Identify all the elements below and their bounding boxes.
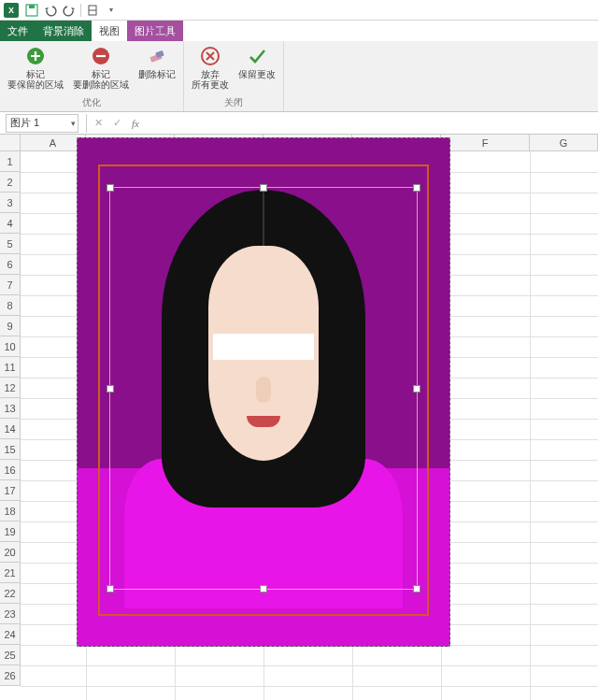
x-circle-icon [199, 45, 221, 67]
save-button[interactable] [22, 1, 41, 20]
undo-button[interactable] [41, 1, 60, 20]
delete-marks-button[interactable]: 删除标记 [135, 43, 179, 95]
mark-keep-label-2: 要保留的区域 [7, 79, 64, 90]
resize-handle-ml[interactable] [107, 385, 114, 393]
minus-circle-icon [90, 45, 112, 67]
row-header[interactable]: 11 [0, 357, 21, 378]
row-header[interactable]: 23 [0, 604, 21, 624]
mark-keep-button[interactable]: 标记要保留的区域 [4, 43, 67, 95]
quick-access-toolbar: X ▾ [0, 0, 598, 21]
row-header[interactable]: 5 [0, 234, 21, 254]
svg-rect-1 [29, 5, 35, 8]
redo-button[interactable] [60, 1, 78, 20]
enter-formula-button[interactable]: ✓ [107, 114, 126, 133]
tab-file[interactable]: 文件 [0, 21, 36, 41]
qat-separator [80, 4, 81, 17]
row-header[interactable]: 15 [0, 439, 21, 460]
resize-handle-bm[interactable] [260, 585, 267, 593]
row-header[interactable]: 1 [0, 151, 21, 172]
row-header[interactable]: 10 [0, 336, 21, 357]
check-icon [246, 45, 268, 67]
chevron-down-icon: ▾ [71, 119, 76, 128]
row-header[interactable]: 20 [0, 542, 21, 563]
keep-label: 保留更改 [238, 69, 276, 79]
picture-background-removal-mask [77, 137, 450, 647]
ribbon-group-optimize: 标记要保留的区域 标记要删除的区域 删除标记 优化 [0, 41, 184, 111]
column-header[interactable]: G [530, 135, 598, 150]
row-header[interactable]: 24 [0, 624, 21, 645]
row-header[interactable]: 3 [0, 193, 21, 213]
row-header[interactable]: 22 [0, 583, 21, 604]
inserted-picture[interactable] [77, 137, 450, 647]
formula-input[interactable] [145, 114, 598, 133]
name-box-value: 图片 1 [10, 116, 39, 130]
tab-background-remove[interactable]: 背景消除 [36, 21, 92, 41]
row-header[interactable]: 6 [0, 254, 21, 275]
ribbon: 标记要保留的区域 标记要删除的区域 删除标记 优化 [0, 41, 598, 112]
row-header[interactable]: 25 [0, 645, 21, 665]
resize-handle-tr[interactable] [413, 184, 420, 192]
row-header[interactable]: 14 [0, 419, 21, 439]
name-box[interactable]: 图片 1 ▾ [6, 114, 78, 133]
row-header[interactable]: 17 [0, 480, 21, 501]
spreadsheet-grid[interactable]: ABCDEFG 12345678910111213141516171819202… [0, 135, 598, 700]
tab-format[interactable]: 格式 [140, 21, 176, 41]
row-header[interactable]: 18 [0, 501, 21, 521]
select-all-corner[interactable] [0, 135, 21, 150]
row-header[interactable]: 4 [0, 213, 21, 234]
mark-remove-label-1: 标记 [92, 69, 110, 79]
row-header[interactable]: 26 [0, 665, 21, 686]
resize-handle-tl[interactable] [107, 184, 114, 192]
fx-button[interactable]: fx [126, 114, 145, 133]
cancel-formula-button[interactable]: ✕ [89, 114, 107, 133]
qat-customize-dropdown[interactable]: ▾ [102, 1, 121, 20]
formula-bar: 图片 1 ▾ ✕ ✓ fx [0, 112, 598, 135]
plus-circle-icon [24, 45, 47, 67]
row-header[interactable]: 13 [0, 398, 21, 419]
row-header[interactable]: 7 [0, 275, 21, 295]
group-label-close: 关闭 [224, 95, 243, 111]
column-header[interactable]: F [441, 135, 530, 150]
mark-keep-label-1: 标记 [26, 69, 45, 79]
row-headers: 1234567891011121314151617181920212223242… [0, 151, 21, 686]
discard-label-1: 放弃 [201, 69, 220, 79]
discard-label-2: 所有更改 [192, 79, 229, 90]
mark-remove-button[interactable]: 标记要删除的区域 [69, 43, 133, 95]
ribbon-group-close: 放弃所有更改 保留更改 关闭 [184, 41, 284, 111]
resize-handle-mr[interactable] [413, 385, 420, 393]
row-header[interactable]: 12 [0, 378, 21, 398]
discard-changes-button[interactable]: 放弃所有更改 [188, 43, 233, 95]
row-header[interactable]: 19 [0, 521, 21, 542]
ribbon-tabs: 文件 背景消除 视图 图片工具 [0, 21, 598, 41]
resize-handle-br[interactable] [413, 585, 420, 593]
row-header[interactable]: 2 [0, 172, 21, 193]
row-header[interactable]: 16 [0, 460, 21, 480]
delete-marks-label: 删除标记 [138, 69, 176, 79]
row-header[interactable]: 9 [0, 316, 21, 336]
selection-box[interactable] [109, 187, 418, 590]
row-header[interactable]: 21 [0, 563, 21, 583]
resize-handle-tm[interactable] [260, 184, 267, 192]
group-label-optimize: 优化 [82, 95, 101, 111]
mark-remove-label-2: 要删除的区域 [73, 79, 129, 90]
keep-changes-button[interactable]: 保留更改 [235, 43, 279, 95]
eraser-icon [146, 45, 168, 67]
row-header[interactable]: 8 [0, 295, 21, 316]
resize-handle-bl[interactable] [107, 585, 114, 593]
excel-icon: X [4, 3, 19, 18]
tab-view[interactable]: 视图 [92, 21, 127, 41]
touch-mode-button[interactable] [83, 1, 102, 20]
